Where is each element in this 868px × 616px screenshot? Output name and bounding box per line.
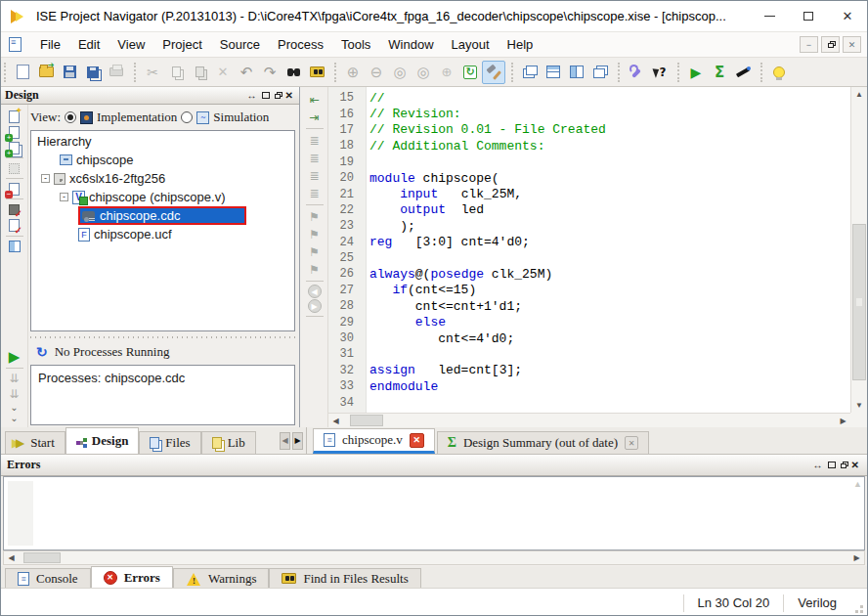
- navigate-back-icon[interactable]: ◀: [308, 285, 322, 298]
- menu-process[interactable]: Process: [269, 34, 332, 55]
- errors-horizontal-scrollbar[interactable]: ◀ ▶: [3, 550, 865, 565]
- errors-scroll-up-icon[interactable]: ▲: [853, 479, 862, 489]
- tree-item[interactable]: chipscope.cdc: [31, 206, 294, 225]
- process-refresh-icon[interactable]: ↻: [36, 344, 48, 361]
- analyze-button[interactable]: [731, 61, 755, 84]
- float-button[interactable]: [588, 61, 612, 84]
- cut-button[interactable]: [141, 61, 164, 84]
- tab-start[interactable]: Start: [5, 431, 65, 454]
- design-properties-button[interactable]: [4, 201, 25, 217]
- simulation-radio[interactable]: [181, 111, 193, 123]
- find-in-files-button[interactable]: [305, 61, 328, 84]
- editor-tab-design[interactable]: Design Summary (out of date): [437, 431, 649, 454]
- mdi-close-button[interactable]: ✕: [843, 36, 861, 53]
- tab-errors[interactable]: Errors: [91, 566, 173, 588]
- zoom-out-button[interactable]: [365, 61, 388, 84]
- summary-button[interactable]: [708, 61, 731, 84]
- tree-item[interactable]: chipscope.ucf: [31, 225, 294, 243]
- outdent-icon[interactable]: ⇤: [305, 91, 325, 108]
- mdi-minimize-button[interactable]: −: [800, 36, 818, 53]
- prev-bookmark-icon[interactable]: ⚑: [305, 243, 325, 260]
- menu-window[interactable]: Window: [379, 34, 442, 55]
- refresh-button[interactable]: [458, 61, 482, 84]
- panel-close-icon[interactable]: ✕: [285, 90, 293, 101]
- add-copy-of-source-button[interactable]: [4, 140, 25, 155]
- tab-design[interactable]: Design: [65, 427, 140, 454]
- remove-source-button[interactable]: [4, 181, 25, 197]
- panel-restore-icon[interactable]: [841, 463, 846, 468]
- minimize-button[interactable]: [750, 4, 789, 29]
- scroll-down-icon[interactable]: ▼: [851, 398, 867, 413]
- tab-warnings[interactable]: Warnings: [173, 568, 270, 588]
- document-window-icon[interactable]: [9, 37, 22, 52]
- expander-icon[interactable]: -: [60, 193, 68, 201]
- redo-button[interactable]: [258, 61, 282, 84]
- zoom-box-button[interactable]: [388, 61, 412, 84]
- tab-console[interactable]: Console: [5, 568, 91, 588]
- zoom-area-button[interactable]: [412, 61, 435, 84]
- source-properties-button[interactable]: [4, 218, 25, 234]
- run-process-button[interactable]: ▶: [4, 348, 25, 366]
- editor-horizontal-scrollbar[interactable]: ◀ ▶: [328, 413, 850, 427]
- new-source-button[interactable]: [4, 109, 25, 124]
- scroll-thumb[interactable]: [23, 552, 61, 563]
- run-button[interactable]: [684, 61, 708, 84]
- menu-help[interactable]: Help: [499, 34, 542, 55]
- tab-find-in-files-results[interactable]: Find in Files Results: [269, 568, 420, 588]
- resize-grip[interactable]: [850, 600, 864, 614]
- tree-item[interactable]: -chipscope (chipscope.v): [31, 188, 294, 206]
- mdi-restore-button[interactable]: [821, 36, 840, 53]
- scroll-thumb[interactable]: [350, 415, 383, 426]
- help-pointer-button[interactable]: [648, 61, 672, 84]
- add-source-button[interactable]: [4, 124, 25, 140]
- menu-layout[interactable]: Layout: [443, 34, 499, 55]
- menu-view[interactable]: View: [108, 34, 153, 55]
- line-numbers-icon[interactable]: ≣: [305, 132, 325, 149]
- print-button[interactable]: [105, 61, 128, 84]
- cascade-button[interactable]: [518, 61, 542, 84]
- toggle-bookmark-icon[interactable]: ⚑: [305, 208, 325, 225]
- save-button[interactable]: [58, 61, 81, 84]
- rerun-process-button[interactable]: ⇊: [4, 371, 25, 386]
- tree-item[interactable]: -xc6slx16-2ftg256: [31, 169, 294, 188]
- selected-tree-item[interactable]: chipscope.cdc: [78, 206, 246, 225]
- implementation-radio[interactable]: [65, 111, 76, 123]
- toggle-partition-button[interactable]: [4, 160, 25, 176]
- tabs-scroll-right-icon[interactable]: ▶: [292, 432, 303, 450]
- tab-files[interactable]: Files: [139, 431, 200, 454]
- tile-v-button[interactable]: [565, 61, 588, 84]
- zoom-reset-button[interactable]: [435, 61, 458, 84]
- scroll-left-icon[interactable]: ◀: [328, 414, 343, 427]
- scroll-right-icon[interactable]: ▶: [849, 551, 864, 564]
- delete-button[interactable]: [211, 61, 235, 84]
- scroll-thumb[interactable]: [852, 224, 866, 380]
- panel-restore-icon[interactable]: [275, 94, 281, 99]
- clear-bookmarks-icon[interactable]: ⚑: [305, 261, 325, 278]
- zoom-in-button[interactable]: [341, 61, 365, 84]
- panel-splitter[interactable]: [30, 333, 295, 341]
- goto-line-icon[interactable]: ≣: [305, 150, 325, 166]
- menu-project[interactable]: Project: [153, 34, 210, 55]
- copy-button[interactable]: [164, 61, 188, 84]
- close-tab-icon[interactable]: [625, 436, 638, 450]
- view-columns-button[interactable]: [4, 239, 25, 254]
- fold-all-icon[interactable]: ≣: [305, 167, 325, 184]
- panel-maximize-icon[interactable]: [828, 462, 836, 468]
- open-button[interactable]: [34, 61, 58, 84]
- scroll-up-icon[interactable]: ▲: [851, 87, 867, 102]
- save-all-button[interactable]: [81, 61, 105, 84]
- panel-float-icon[interactable]: ↔: [247, 90, 257, 101]
- panel-close-icon[interactable]: ✕: [851, 460, 859, 470]
- lightbulb-button[interactable]: [767, 61, 791, 84]
- tree-item[interactable]: chipscope: [31, 151, 294, 169]
- stop-process-button[interactable]: ⇊: [4, 386, 25, 402]
- tab-lib[interactable]: Lib: [201, 431, 256, 454]
- edit-button[interactable]: [482, 61, 505, 84]
- expander-icon[interactable]: -: [41, 174, 50, 183]
- panel-float-icon[interactable]: ↔: [813, 460, 823, 470]
- undo-button[interactable]: [235, 61, 258, 84]
- menu-tools[interactable]: Tools: [332, 34, 379, 55]
- indent-icon[interactable]: ⇥: [305, 109, 325, 125]
- new-button[interactable]: [11, 61, 34, 84]
- next-bookmark-icon[interactable]: ⚑: [305, 226, 325, 242]
